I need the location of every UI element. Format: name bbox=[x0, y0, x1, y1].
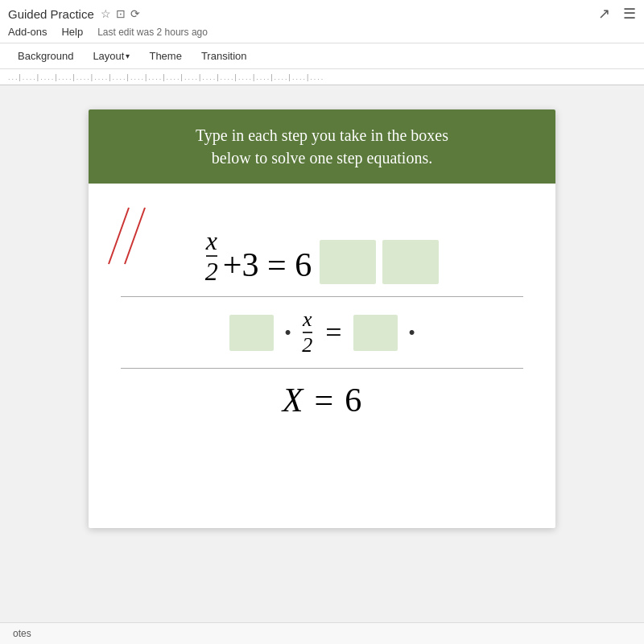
grid-icon[interactable]: ⊡ bbox=[116, 7, 126, 20]
menu-help[interactable]: Help bbox=[61, 26, 83, 38]
toolbar-background[interactable]: Background bbox=[8, 47, 83, 65]
toolbar-theme[interactable]: Theme bbox=[139, 47, 191, 65]
answer-box-1[interactable] bbox=[320, 240, 376, 284]
title-row: Guided Practice ☆ ⊡ ⟳ ↗ ☰ bbox=[8, 5, 636, 26]
diagonal-decoration bbox=[105, 200, 169, 280]
layout-chevron-icon: ▾ bbox=[126, 52, 130, 60]
toolbar-transition[interactable]: Transition bbox=[192, 47, 257, 65]
menu-icon[interactable]: ☰ bbox=[623, 5, 636, 23]
slide-header-text: Type in each step you take in the boxesb… bbox=[113, 124, 531, 169]
bullet-1: • bbox=[285, 322, 291, 343]
menu-addons[interactable]: Add-ons bbox=[8, 26, 47, 38]
answer-box-2[interactable] bbox=[382, 240, 439, 284]
page-title: Guided Practice bbox=[8, 7, 94, 21]
fraction2-denominator: 2 bbox=[302, 333, 312, 356]
title-icons: ☆ ⊡ ⟳ bbox=[101, 7, 140, 20]
cloud-icon[interactable]: ⟳ bbox=[130, 7, 140, 20]
step2-row: • x 2 = • bbox=[121, 309, 523, 356]
divider-2 bbox=[121, 368, 523, 369]
answer-box-4[interactable] bbox=[353, 315, 398, 351]
top-bar: Guided Practice ☆ ⊡ ⟳ ↗ ☰ Add-ons Help L… bbox=[0, 0, 644, 43]
x-variable: X bbox=[283, 381, 303, 419]
step3-row: X = 6 bbox=[121, 381, 523, 419]
toolbar-layout[interactable]: Layout ▾ bbox=[83, 47, 139, 65]
equation-row1: x 2 +3 = 6 bbox=[121, 224, 523, 284]
fraction-numerator: x bbox=[206, 228, 217, 257]
fraction-2: x 2 bbox=[302, 309, 312, 356]
notes-label: otes bbox=[13, 628, 31, 639]
bottom-bar: otes bbox=[0, 622, 644, 644]
slide: Type in each step you take in the boxesb… bbox=[89, 109, 555, 528]
step3-equals: = bbox=[314, 381, 333, 419]
equation-rest: +3 = 6 bbox=[223, 246, 312, 284]
fraction-1: x 2 bbox=[205, 228, 218, 284]
svg-line-0 bbox=[109, 208, 129, 264]
divider-1 bbox=[121, 296, 523, 297]
svg-line-1 bbox=[125, 208, 145, 264]
last-edit-label: Last edit was 2 hours ago bbox=[97, 27, 208, 38]
bullet-2: • bbox=[409, 322, 415, 343]
menu-row: Add-ons Help Last edit was 2 hours ago bbox=[8, 26, 636, 43]
toolbar: Background Layout ▾ Theme Transition bbox=[0, 43, 644, 69]
fraction-denominator: 2 bbox=[205, 257, 218, 284]
arrow-icon[interactable]: ↗ bbox=[598, 5, 610, 23]
slide-header: Type in each step you take in the boxesb… bbox=[89, 109, 555, 184]
ruler-marks: ...|....|....|....|....|....|....|....|.… bbox=[8, 73, 636, 81]
equals-sign: = bbox=[325, 316, 341, 349]
slide-area: Type in each step you take in the boxesb… bbox=[0, 85, 644, 609]
fraction2-numerator: x bbox=[303, 309, 312, 333]
star-icon[interactable]: ☆ bbox=[101, 7, 111, 20]
ruler: ...|....|....|....|....|....|....|....|.… bbox=[0, 69, 644, 85]
step3-value: 6 bbox=[345, 381, 361, 419]
slide-content: x 2 +3 = 6 • x 2 = bbox=[89, 184, 555, 452]
equation-boxes-row1 bbox=[320, 240, 439, 284]
answer-box-3[interactable] bbox=[229, 315, 274, 351]
